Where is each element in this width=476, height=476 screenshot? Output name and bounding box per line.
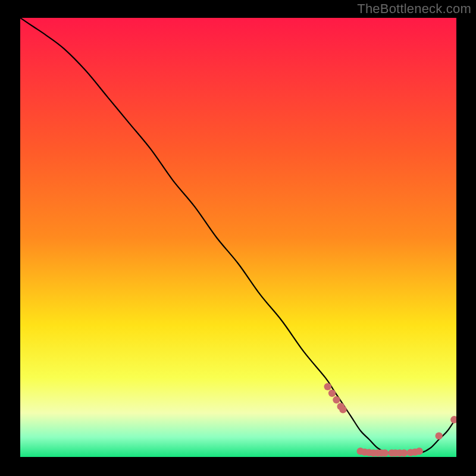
data-point (324, 383, 331, 390)
plot-area (20, 18, 456, 457)
data-point (328, 390, 336, 397)
data-point (400, 449, 408, 456)
data-point (339, 406, 346, 413)
data-point (416, 447, 423, 455)
chart-frame: TheBottleneck.com (0, 0, 476, 476)
data-point (381, 449, 389, 456)
watermark: TheBottleneck.com (357, 1, 471, 17)
gradient-background (20, 18, 456, 457)
data-point (333, 396, 340, 403)
data-point (435, 432, 442, 439)
chart-svg (20, 18, 456, 457)
